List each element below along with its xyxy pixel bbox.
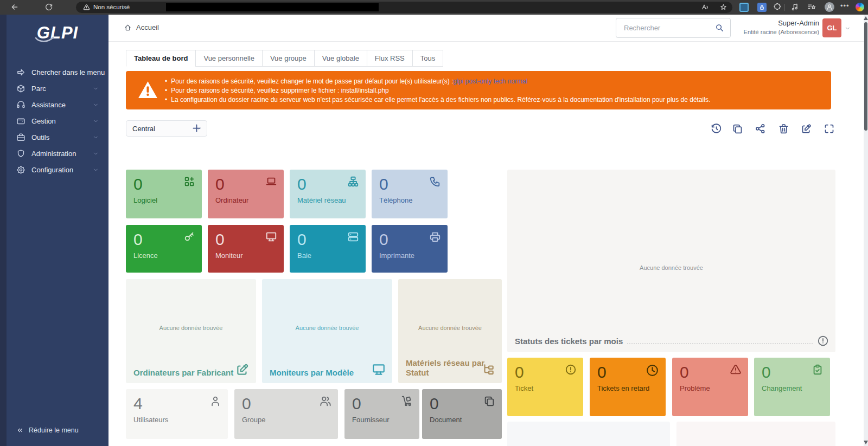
card-probleme[interactable]: 0 Problème	[672, 358, 748, 416]
history-icon[interactable]	[711, 123, 722, 134]
card-label: Problème	[680, 384, 741, 392]
sidebar-item-parc[interactable]: Parc	[0, 80, 108, 96]
tab-vue-personnelle[interactable]: Vue personnelle	[195, 50, 262, 67]
copilot-icon[interactable]	[856, 3, 864, 11]
tab-flux-rss[interactable]: Flux RSS	[367, 50, 413, 67]
card-licence[interactable]: 0 Licence	[126, 225, 202, 273]
card-label: Groupe	[242, 416, 330, 424]
sidebar-item-configuration[interactable]: Configuration	[0, 161, 108, 178]
scroll-up-arrow[interactable]	[864, 16, 868, 20]
chart-title: Matériels réseau par Statut	[406, 358, 486, 379]
favorite-star-icon[interactable]	[719, 3, 727, 11]
person-icon	[826, 3, 833, 11]
info-circle-icon[interactable]	[817, 335, 829, 347]
card-moniteur[interactable]: 0 Moniteur	[208, 225, 284, 273]
card-ticket[interactable]: 0 Ticket	[507, 358, 583, 416]
chart-footer: Statuts des tickets par mois	[515, 335, 829, 347]
scrollbar-thumb[interactable]	[864, 22, 867, 131]
collections-icon[interactable]	[807, 3, 816, 12]
sidebar-item-chercher[interactable]: Chercher dans le menu	[0, 64, 108, 80]
extensions-icon[interactable]	[773, 3, 782, 12]
card-logiciel[interactable]: 0 Logiciel	[126, 170, 202, 218]
card-baie[interactable]: 0 Baie	[290, 225, 366, 273]
card-groupe[interactable]: 0 Groupe	[234, 389, 338, 439]
screenshot-icon[interactable]	[739, 3, 749, 12]
sidebar-item-label: Configuration	[31, 166, 73, 174]
user-chevron-down-icon[interactable]	[845, 25, 851, 31]
card-label: Moniteur	[215, 251, 276, 260]
user-menu[interactable]: Super-Admin Entité racine (Arborescence)	[744, 19, 819, 35]
collapse-menu-button[interactable]: Réduire le menu	[16, 426, 79, 434]
laptop-icon	[265, 176, 277, 188]
card-fournisseur[interactable]: 0 Fournisseur	[344, 389, 419, 439]
sidebar-item-assistance[interactable]: Assistance	[0, 96, 108, 113]
sidebar-item-label: Parc	[31, 85, 46, 93]
card-tickets-en-retard[interactable]: 0 Tickets en retard	[590, 358, 666, 416]
card-materiel-reseau[interactable]: 0 Matériel réseau	[290, 170, 366, 218]
avatar[interactable]: GL	[822, 18, 841, 37]
address-bar[interactable]: Non sécurisé	[76, 2, 732, 13]
media-controls-icon[interactable]	[790, 3, 800, 12]
tab-vue-globale[interactable]: Vue globale	[314, 50, 367, 67]
search-input[interactable]	[623, 23, 712, 33]
breadcrumb[interactable]: Accueil	[124, 23, 159, 31]
warning-users-link[interactable]: glpi post-only tech normal	[453, 77, 527, 86]
password-manager-icon[interactable]	[757, 3, 767, 12]
card-label: Utilisateurs	[133, 416, 220, 424]
warning-line: La configuration du dossier racine du se…	[165, 95, 710, 105]
browser-profile-icon[interactable]	[825, 2, 834, 12]
search-icon[interactable]	[715, 23, 724, 33]
sidebar-item-gestion[interactable]: Gestion	[0, 113, 108, 129]
global-search	[616, 18, 731, 38]
card-ordinateur[interactable]: 0 Ordinateur	[208, 170, 284, 218]
scroll-down-arrow[interactable]	[864, 441, 868, 444]
card-document[interactable]: 0 Document	[422, 389, 502, 439]
partial-card	[676, 422, 835, 446]
share-icon[interactable]	[755, 123, 766, 134]
fullscreen-icon[interactable]	[824, 123, 835, 134]
server-rack-icon	[347, 231, 359, 243]
chevron-down-icon	[93, 102, 99, 108]
dolly-icon	[401, 395, 413, 407]
add-dashboard-button[interactable]	[191, 122, 202, 134]
avatar-initials: GL	[827, 24, 837, 32]
glpi-logo[interactable]: GLPI	[7, 23, 108, 43]
tab-tableau-de-bord[interactable]: Tableau de bord	[126, 50, 196, 67]
card-changement[interactable]: 0 Changement	[754, 358, 830, 416]
sidebar: GLPI Chercher dans le menu Parc Assistan…	[0, 15, 108, 446]
empty-data-text: Aucune donnée trouvée	[126, 325, 256, 331]
partial-card	[507, 422, 670, 446]
chart-ordinateurs-par-fabricant: Aucune donnée trouvée Ordinateurs par Fa…	[126, 279, 256, 383]
network-icon	[347, 176, 359, 188]
sidebar-item-label: Outils	[31, 133, 49, 141]
card-telephone[interactable]: 0 Téléphone	[372, 170, 448, 218]
documents-icon	[483, 395, 495, 407]
browser-menu-icon[interactable]: •••	[840, 2, 850, 10]
chevron-down-icon	[93, 86, 99, 92]
sidebar-item-administration[interactable]: Administration	[0, 145, 108, 161]
delete-icon[interactable]	[778, 123, 789, 134]
chart-materiels-reseau-par-statut: Aucune donnée trouvée Matériels réseau p…	[398, 279, 502, 383]
briefcase-icon	[16, 133, 25, 142]
vertical-scrollbar[interactable]	[864, 15, 868, 446]
card-label: Document	[430, 416, 494, 424]
card-utilisateurs[interactable]: 4 Utilisateurs	[126, 389, 228, 439]
user-entity: Entité racine (Arborescence)	[744, 29, 819, 35]
chart-title: Ordinateurs par Fabricant	[133, 368, 233, 378]
read-aloud-icon[interactable]	[701, 3, 709, 11]
tab-tous[interactable]: Tous	[412, 50, 443, 67]
card-imprimante[interactable]: 0 Imprimante	[372, 225, 448, 273]
edit-dashboard-icon[interactable]	[801, 123, 812, 134]
warning-triangle-icon	[137, 79, 159, 101]
clipboard-check-icon	[812, 364, 824, 376]
chevron-down-icon	[93, 167, 99, 173]
chart-moniteurs-par-modele: Aucune donnée trouvée Moniteurs par Modè…	[262, 279, 392, 383]
tab-vue-groupe[interactable]: Vue groupe	[262, 50, 315, 67]
browser-reload-icon[interactable]	[44, 3, 53, 11]
empty-data-text: Aucune donnée trouvée	[507, 264, 835, 271]
browser-back-icon[interactable]	[10, 3, 19, 11]
security-warning-banner: Pour des raisons de sécurité, veuillez c…	[126, 71, 831, 109]
clone-icon[interactable]	[732, 123, 743, 134]
collapse-menu-label: Réduire le menu	[29, 426, 79, 434]
sidebar-item-outils[interactable]: Outils	[0, 129, 108, 145]
